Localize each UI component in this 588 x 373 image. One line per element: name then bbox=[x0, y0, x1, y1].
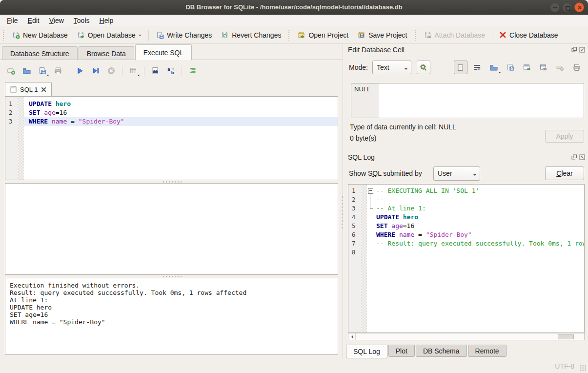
dock-tab-remote[interactable]: Remote bbox=[468, 345, 507, 357]
menu-edit[interactable]: Edit bbox=[23, 15, 44, 26]
sql-log-hscrollbar[interactable] bbox=[348, 333, 585, 340]
code-line[interactable]: 8 bbox=[348, 248, 584, 257]
menu-file[interactable]: File bbox=[2, 15, 23, 26]
tab-database-structure[interactable]: Database Structure bbox=[2, 46, 78, 60]
write-changes-button[interactable]: Write Changes bbox=[151, 28, 216, 42]
clear-button[interactable]: Clear bbox=[545, 166, 584, 180]
mode-select[interactable]: Text bbox=[372, 61, 411, 74]
menu-help[interactable]: Help bbox=[95, 15, 119, 26]
titlebar[interactable]: DB Browser for SQLite - /home/user/code/… bbox=[0, 0, 588, 15]
export-results-button[interactable] bbox=[127, 64, 140, 77]
sql-editor[interactable]: 1UPDATE hero2SET age=163WHERE name = "Sp… bbox=[5, 96, 338, 180]
apply-button[interactable]: Apply bbox=[545, 130, 584, 143]
import-cell-data-button[interactable] bbox=[487, 61, 501, 74]
sql-tab-close-icon[interactable] bbox=[41, 87, 46, 92]
tab-label: Database Structure bbox=[10, 50, 69, 58]
toolbar-drag-handle[interactable] bbox=[288, 30, 290, 41]
results-grid[interactable] bbox=[5, 183, 338, 275]
open-sql-file-button[interactable] bbox=[20, 64, 33, 77]
close-panel-icon[interactable] bbox=[579, 47, 585, 53]
main-toolbar: New Database Open Database Write Changes… bbox=[0, 26, 588, 44]
find-button[interactable] bbox=[149, 64, 162, 77]
execute-sql-button[interactable] bbox=[74, 64, 86, 77]
resize-grip[interactable] bbox=[580, 365, 586, 371]
code-text: WHERE name = "Spider-Boy" bbox=[374, 230, 584, 239]
minimize-button[interactable] bbox=[550, 2, 560, 12]
toolbar-drag-handle[interactable] bbox=[414, 30, 417, 41]
code-line[interactable]: 1UPDATE hero bbox=[5, 100, 338, 108]
menu-view[interactable]: View bbox=[44, 15, 69, 26]
export-results-dropdown-icon[interactable] bbox=[137, 75, 140, 78]
new-database-button[interactable]: New Database bbox=[7, 28, 72, 42]
code-line[interactable]: 5SET age=16 bbox=[348, 222, 584, 230]
cell-editor[interactable]: NULL bbox=[351, 83, 584, 118]
close-database-button[interactable]: Close Database bbox=[495, 28, 563, 42]
sql-log-code[interactable]: 1-- EXECUTING ALL IN 'SQL 1'2--3-- At li… bbox=[348, 185, 584, 332]
code-line[interactable]: 6WHERE name = "Spider-Boy" bbox=[348, 230, 584, 239]
float-panel-icon[interactable] bbox=[571, 47, 577, 53]
find-replace-button[interactable]: ab bbox=[164, 64, 177, 77]
code-line[interactable]: 1-- EXECUTING ALL IN 'SQL 1' bbox=[348, 186, 584, 195]
scroll-left-arrow-icon[interactable] bbox=[348, 333, 356, 340]
tab-browse-data[interactable]: Browse Data bbox=[79, 46, 134, 60]
window-title: DB Browser for SQLite - /home/user/code/… bbox=[0, 0, 588, 15]
format-sql-button[interactable] bbox=[186, 64, 199, 77]
maximize-button[interactable] bbox=[562, 2, 572, 12]
open-database-button[interactable]: Open Database bbox=[72, 28, 146, 42]
code-line[interactable]: 3WHERE name = "Spider-Boy" bbox=[5, 117, 338, 126]
open-external-button[interactable] bbox=[520, 61, 534, 74]
execution-message-pane[interactable]: Execution finished without errors. Resul… bbox=[5, 278, 338, 355]
fold-margin-cell bbox=[361, 222, 367, 230]
word-wrap-button[interactable] bbox=[470, 61, 484, 74]
dock-tab-plot[interactable]: Plot bbox=[388, 345, 415, 357]
import-dropdown-icon[interactable] bbox=[498, 72, 501, 75]
code-line[interactable]: 2SET age=16 bbox=[5, 108, 338, 117]
save-project-button[interactable]: Save Project bbox=[353, 28, 411, 42]
line-number: 2 bbox=[348, 195, 361, 204]
save-sql-dropdown-icon[interactable] bbox=[46, 75, 49, 78]
submitted-by-select[interactable]: User bbox=[433, 166, 480, 181]
stop-execution-button[interactable] bbox=[105, 64, 118, 77]
line-number: 2 bbox=[5, 108, 18, 117]
code-line[interactable]: 3-- At line 1: bbox=[348, 204, 584, 213]
code-line[interactable]: 4UPDATE hero bbox=[348, 213, 584, 222]
code-line[interactable]: 2-- bbox=[348, 195, 584, 204]
submitted-by-value: User bbox=[438, 169, 452, 177]
dock-tab-label: DB Schema bbox=[423, 347, 460, 355]
mode-label: Mode: bbox=[349, 63, 368, 71]
copy-link-button[interactable] bbox=[537, 61, 550, 74]
menu-tools-label: T bbox=[74, 17, 77, 24]
open-database-dropdown-icon[interactable] bbox=[139, 35, 142, 38]
dock-tab-db-schema[interactable]: DB Schema bbox=[416, 345, 467, 357]
open-project-button[interactable]: Open Project bbox=[293, 28, 353, 42]
execute-current-line-button[interactable] bbox=[89, 64, 102, 77]
tab-execute-sql[interactable]: Execute SQL bbox=[135, 44, 192, 60]
mode-value: Text bbox=[377, 63, 389, 71]
export-cell-data-button[interactable] bbox=[504, 61, 517, 74]
open-sql-tab-button[interactable] bbox=[5, 64, 18, 77]
attach-database-button[interactable]: Attach Database bbox=[419, 28, 490, 42]
sql-editor-code[interactable]: 1UPDATE hero2SET age=163WHERE name = "Sp… bbox=[5, 97, 338, 180]
text-mode-button[interactable] bbox=[454, 61, 467, 74]
code-line[interactable]: 7-- Result: query executed successfully.… bbox=[348, 239, 584, 248]
sql-log-view[interactable]: 1-- EXECUTING ALL IN 'SQL 1'2--3-- At li… bbox=[348, 184, 585, 333]
print-cell-button[interactable] bbox=[570, 61, 584, 74]
print-sql-button[interactable] bbox=[52, 64, 64, 77]
code-text: -- EXECUTING ALL IN 'SQL 1' bbox=[374, 186, 584, 195]
close-button[interactable] bbox=[574, 2, 584, 12]
close-panel-icon[interactable] bbox=[579, 154, 585, 161]
auto-apply-button[interactable] bbox=[417, 61, 430, 74]
database-attach-icon bbox=[424, 31, 432, 39]
set-null-button[interactable] bbox=[553, 61, 567, 74]
menu-tools[interactable]: Tools bbox=[69, 15, 95, 26]
fold-marker-icon[interactable] bbox=[367, 186, 374, 195]
scrollbar-thumb[interactable] bbox=[558, 334, 574, 339]
dock-tab-sql-log[interactable]: SQL Log bbox=[346, 345, 387, 358]
filter-label: Show SQL submitted by bbox=[349, 169, 422, 177]
revert-changes-button[interactable]: Revert Changes bbox=[216, 28, 285, 42]
database-open-icon bbox=[77, 31, 85, 39]
float-panel-icon[interactable] bbox=[571, 154, 577, 161]
toolbar-drag-handle[interactable] bbox=[2, 30, 5, 41]
save-sql-file-button[interactable] bbox=[36, 64, 49, 77]
sql-tab[interactable]: SQL 1 bbox=[5, 82, 52, 96]
